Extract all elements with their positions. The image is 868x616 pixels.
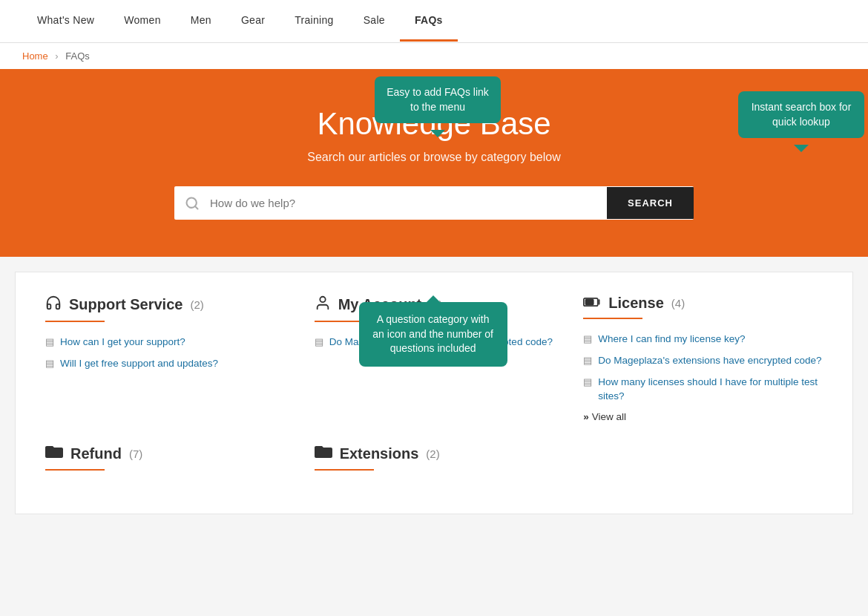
svg-line-1 xyxy=(195,206,198,209)
support-faq-list: ▤ How can I get your support? ▤ Will I g… xyxy=(45,335,285,371)
nav-list: What's New Women Men Gear Training Sale … xyxy=(22,1,458,42)
breadcrumb-separator: › xyxy=(55,50,58,62)
category-refund-label: Refund xyxy=(70,445,122,462)
hero-subtitle: Search our articles or browse by categor… xyxy=(22,151,846,164)
tooltip-menu-bubble: Easy to add FAQs link to the menu xyxy=(375,76,501,123)
category-extensions-title: Extensions (2) xyxy=(315,445,554,463)
doc-icon: ▤ xyxy=(45,336,54,347)
category-support-title: Support Service (2) xyxy=(45,295,285,315)
view-all-label: View all xyxy=(592,411,626,422)
nav-link-men[interactable]: Men xyxy=(176,1,226,39)
category-support-count: (2) xyxy=(190,298,203,311)
nav-link-gear[interactable]: Gear xyxy=(226,1,280,39)
category-license-divider xyxy=(583,318,642,319)
nav-link-whats-new[interactable]: What's New xyxy=(22,1,109,39)
category-extensions-count: (2) xyxy=(426,448,439,460)
doc-icon: ▤ xyxy=(583,355,592,366)
category-support-label: Support Service xyxy=(69,296,183,313)
nav-item-women[interactable]: Women xyxy=(109,1,175,42)
categories-grid: Support Service (2) ▤ How can I get your… xyxy=(45,295,823,422)
nav-item-sale[interactable]: Sale xyxy=(349,1,400,42)
category-support-divider xyxy=(45,321,105,322)
faq-item: ▤ Do Mageplaza's extensions have encrypt… xyxy=(583,354,823,368)
category-extensions-divider xyxy=(315,469,374,471)
user-icon xyxy=(315,295,331,315)
main-content: Support Service (2) ▤ How can I get your… xyxy=(15,272,853,514)
search-bar: SEARCH xyxy=(174,186,694,220)
svg-rect-5 xyxy=(586,300,594,305)
nav-item-whats-new[interactable]: What's New xyxy=(22,1,109,42)
search-input[interactable] xyxy=(210,186,607,220)
category-license-title: License (4) xyxy=(583,295,823,312)
doc-icon: ▤ xyxy=(583,333,592,344)
faq-item: ▤ Where I can find my license key? xyxy=(583,332,823,347)
category-refund-title: Refund (7) xyxy=(45,445,285,463)
faq-item: ▤ How can I get your support? xyxy=(45,335,285,350)
license-faq-list: ▤ Where I can find my license key? ▤ Do … xyxy=(583,332,823,404)
nav-item-training[interactable]: Training xyxy=(280,1,348,42)
svg-point-2 xyxy=(320,297,325,302)
category-extensions: Extensions (2) xyxy=(315,445,554,484)
faq-link[interactable]: How many licenses should I have for mult… xyxy=(598,376,823,404)
hero-banner: Easy to add FAQs link to the menu Instan… xyxy=(0,69,868,257)
category-refund-count: (7) xyxy=(129,448,142,460)
headphones-icon xyxy=(45,295,62,315)
nav-link-training[interactable]: Training xyxy=(280,1,348,39)
doc-icon: ▤ xyxy=(315,336,323,347)
category-refund-divider xyxy=(45,469,105,471)
category-extensions-label: Extensions xyxy=(340,445,419,462)
breadcrumb: Home › FAQs xyxy=(0,43,868,69)
search-button[interactable]: SEARCH xyxy=(607,187,694,219)
category-license: License (4) ▤ Where I can find my licens… xyxy=(583,295,823,422)
chevrons-icon: » xyxy=(583,411,589,422)
battery-icon xyxy=(583,295,601,312)
category-refund: Refund (7) xyxy=(45,445,285,484)
nav-item-men[interactable]: Men xyxy=(176,1,226,42)
nav-link-faqs[interactable]: FAQs xyxy=(400,1,458,42)
breadcrumb-home-link[interactable]: Home xyxy=(22,50,48,62)
doc-icon: ▤ xyxy=(583,376,592,387)
category-license-count: (4) xyxy=(671,297,685,309)
category-my-account: My Account (1) ▤ Do Mageplaza's extensio… xyxy=(315,295,554,422)
tooltip-search-bubble: Instant search box for quick lookup xyxy=(738,91,864,138)
nav-link-sale[interactable]: Sale xyxy=(349,1,400,39)
tooltip-category-bubble: A question category with an icon and the… xyxy=(359,302,507,367)
faq-item: ▤ Will I get free support and updates? xyxy=(45,357,285,371)
folder-icon-refund xyxy=(45,445,63,463)
category-license-label: License xyxy=(608,295,663,312)
category-support-service: Support Service (2) ▤ How can I get your… xyxy=(45,295,285,422)
search-icon xyxy=(174,196,210,211)
faq-link[interactable]: Will I get free support and updates? xyxy=(60,357,218,371)
bottom-categories: Refund (7) Extensions (2) xyxy=(45,445,823,484)
faq-link[interactable]: How can I get your support? xyxy=(60,335,185,350)
faq-item: ▤ How many licenses should I have for mu… xyxy=(583,376,823,404)
faq-link[interactable]: Where I can find my license key? xyxy=(598,332,745,347)
nav-link-women[interactable]: Women xyxy=(109,1,175,39)
nav-item-faqs[interactable]: FAQs xyxy=(400,1,458,42)
folder-icon-extensions xyxy=(315,445,332,463)
doc-icon: ▤ xyxy=(45,358,54,369)
view-all-link[interactable]: » View all xyxy=(583,411,823,422)
breadcrumb-current: FAQs xyxy=(65,50,90,62)
faq-link[interactable]: Do Mageplaza's extensions have encrypted… xyxy=(598,354,821,368)
top-navigation: What's New Women Men Gear Training Sale … xyxy=(0,0,868,43)
nav-item-gear[interactable]: Gear xyxy=(226,1,280,42)
